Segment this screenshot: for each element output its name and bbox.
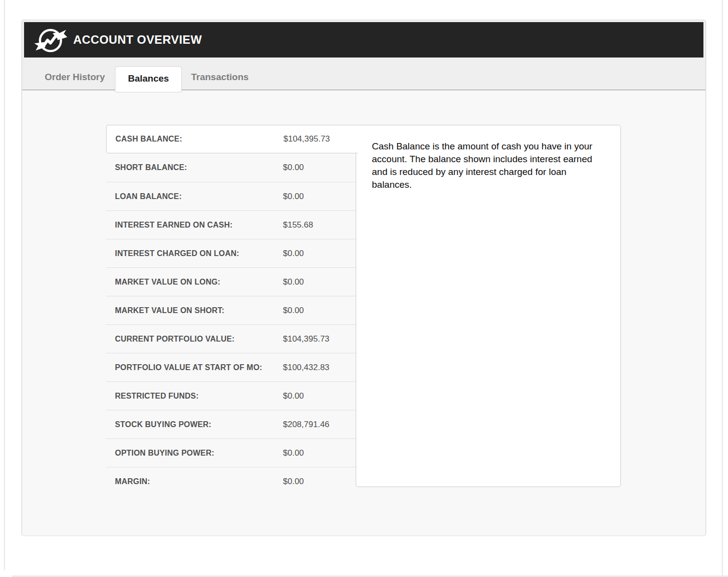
balance-row-value: $0.00 (283, 249, 304, 259)
description-text: Cash Balance is the amount of cash you h… (372, 140, 604, 191)
balance-row-value: $104,395.73 (283, 334, 330, 344)
balance-row-label: SHORT BALANCE: (115, 163, 187, 172)
balance-row[interactable]: INTEREST CHARGED ON LOAN: $0.00 (106, 239, 356, 267)
balance-row-value: $208,791.46 (283, 420, 330, 430)
balance-row[interactable]: MARKET VALUE ON LONG: $0.00 (106, 267, 356, 296)
balance-row-value: $0.00 (283, 477, 304, 487)
balance-row[interactable]: LOAN BALANCE: $0.00 (106, 182, 356, 210)
balance-row[interactable]: MARKET VALUE ON SHORT: $0.00 (106, 296, 356, 324)
balance-row-label: STOCK BUYING POWER: (115, 420, 211, 429)
balance-row-label: LOAN BALANCE: (115, 192, 182, 201)
app-header: ACCOUNT OVERVIEW (24, 22, 703, 58)
balance-row-value: $0.00 (283, 192, 304, 202)
tab-bar: Order History Balances Transactions (22, 58, 705, 90)
page-title: ACCOUNT OVERVIEW (73, 33, 202, 47)
balance-row[interactable]: CURRENT PORTFOLIO VALUE: $104,395.73 (106, 324, 356, 353)
balance-row-value: $0.00 (283, 277, 304, 287)
balance-row[interactable]: STOCK BUYING POWER: $208,791.46 (106, 410, 356, 438)
balance-row-label: MARKET VALUE ON SHORT: (115, 306, 224, 315)
balance-row-value: $0.00 (283, 163, 304, 173)
balances-content: CASH BALANCE: $104,395.73 SHORT BALANCE:… (22, 90, 705, 535)
balance-row-value: $0.00 (283, 306, 304, 316)
balance-row-label: PORTFOLIO VALUE AT START OF MO: (115, 363, 262, 372)
page-left-border (4, 0, 5, 570)
balance-row-label: OPTION BUYING POWER: (115, 449, 214, 458)
balance-row[interactable]: CASH BALANCE: $104,395.73 (106, 125, 358, 153)
tab-balances[interactable]: Balances (115, 66, 181, 92)
account-overview-card: ACCOUNT OVERVIEW Order History Balances … (22, 20, 706, 535)
balance-row-label: MARKET VALUE ON LONG: (115, 278, 221, 287)
balance-row-list: CASH BALANCE: $104,395.73 SHORT BALANCE:… (106, 125, 356, 495)
balance-row[interactable]: RESTRICTED FUNDS: $0.00 (106, 381, 356, 410)
balance-row-value: $155.68 (283, 220, 313, 230)
description-panel: Cash Balance is the amount of cash you h… (356, 125, 621, 487)
tab-transactions[interactable]: Transactions (191, 72, 249, 89)
balance-row-value: $100,432.83 (283, 363, 330, 373)
balance-row-value: $0.00 (283, 391, 304, 401)
balance-row[interactable]: OPTION BUYING POWER: $0.00 (106, 438, 356, 467)
balance-row-label: RESTRICTED FUNDS: (115, 392, 199, 401)
balance-row[interactable]: SHORT BALANCE: $0.00 (106, 153, 356, 182)
balance-row[interactable]: PORTFOLIO VALUE AT START OF MO: $100,432… (106, 353, 356, 381)
page-right-border (722, 0, 723, 577)
balance-row-label: CASH BALANCE: (115, 135, 182, 144)
balance-row-label: CURRENT PORTFOLIO VALUE: (115, 335, 235, 344)
balance-row[interactable]: INTEREST EARNED ON CASH: $155.68 (106, 210, 356, 239)
trend-arrow-circle-logo-icon (31, 25, 69, 55)
balance-row-label: INTEREST CHARGED ON LOAN: (115, 249, 239, 258)
balance-row-value: $104,395.73 (283, 134, 330, 144)
balance-row-label: INTEREST EARNED ON CASH: (115, 221, 232, 230)
balance-row[interactable]: MARGIN: $0.00 (106, 467, 356, 495)
balance-row-label: MARGIN: (115, 477, 150, 486)
balance-row-value: $0.00 (283, 448, 304, 458)
tab-order-history[interactable]: Order History (45, 72, 105, 89)
